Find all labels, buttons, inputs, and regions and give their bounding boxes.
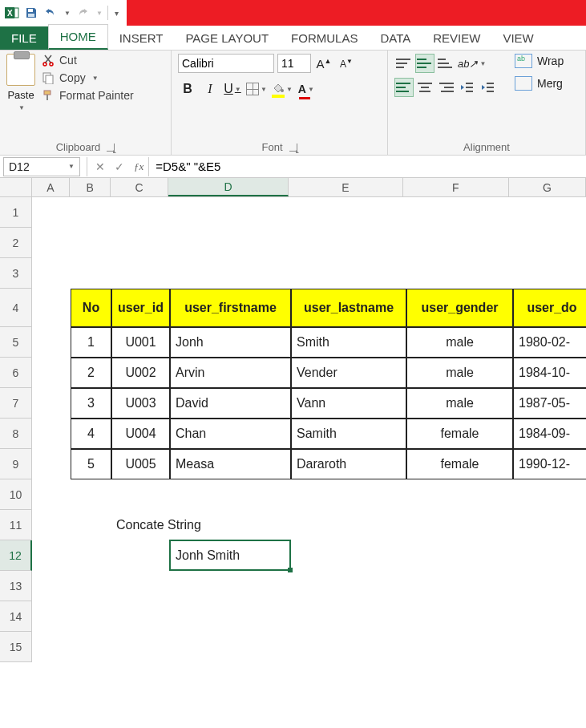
selected-cell-outline[interactable]: Jonh Smith (169, 540, 291, 571)
table-row[interactable]: 1 (71, 327, 111, 358)
tab-data[interactable]: DATA (369, 26, 422, 50)
row-header-4[interactable]: 4 (0, 289, 32, 327)
italic-button[interactable]: I (200, 79, 220, 99)
row-header-2[interactable]: 2 (0, 228, 32, 258)
table-row[interactable]: Vender (291, 358, 406, 388)
paste-button[interactable]: Paste ▼ (6, 54, 35, 111)
middle-align-button[interactable] (415, 54, 434, 73)
fill-dropdown-icon[interactable]: ▼ (286, 86, 293, 93)
table-row[interactable]: 1984-09- (513, 419, 586, 449)
redo-icon[interactable] (75, 6, 90, 20)
table-row[interactable]: 1984-10- (513, 358, 586, 388)
row-header-13[interactable]: 13 (0, 571, 32, 601)
redo-dropdown-icon[interactable]: ▼ (96, 10, 103, 17)
copy-button[interactable]: Copy ▼ (42, 71, 134, 84)
font-color-dropdown-icon[interactable]: ▼ (308, 86, 314, 93)
cut-button[interactable]: Cut (42, 54, 134, 67)
row-header-14[interactable]: 14 (0, 601, 32, 632)
concat-label-cell[interactable]: Concate String (111, 510, 291, 540)
bold-button[interactable]: B (178, 79, 197, 99)
font-name-input[interactable] (178, 54, 274, 73)
copy-dropdown-icon[interactable]: ▼ (92, 75, 99, 82)
row-header-1[interactable]: 1 (0, 197, 32, 228)
cells-area[interactable]: Nouser_iduser_firstnameuser_lastnameuser… (32, 197, 586, 662)
table-row[interactable]: U001 (111, 327, 170, 358)
table-row[interactable]: Measa (170, 449, 291, 479)
fx-icon[interactable]: ƒx (129, 160, 148, 173)
orientation-dropdown-icon[interactable]: ▼ (479, 60, 486, 67)
col-header-d[interactable]: D (168, 178, 289, 196)
enter-formula-button[interactable]: ✓ (110, 157, 129, 176)
increase-indent-button[interactable] (478, 78, 497, 97)
table-row[interactable]: 3 (71, 388, 111, 419)
table-row[interactable]: 1980-02- (513, 327, 586, 358)
table-row[interactable]: female (406, 419, 513, 449)
col-header-a[interactable]: A (32, 178, 71, 196)
fill-color-button[interactable]: ▼ (271, 79, 293, 99)
table-row[interactable]: Chan (170, 419, 291, 449)
table-row[interactable]: Dararoth (291, 449, 406, 479)
center-align-button[interactable] (415, 78, 434, 97)
table-row[interactable]: male (406, 327, 513, 358)
table-row[interactable]: 2 (71, 358, 111, 388)
col-header-g[interactable]: G (509, 178, 586, 196)
paste-dropdown-icon[interactable]: ▼ (18, 104, 25, 111)
underline-dropdown-icon[interactable]: ▼ (235, 86, 241, 93)
table-header-user_lastname[interactable]: user_lastname (291, 289, 406, 327)
col-header-c[interactable]: C (111, 178, 168, 196)
row-header-10[interactable]: 10 (0, 479, 32, 510)
undo-dropdown-icon[interactable]: ▼ (64, 10, 71, 17)
font-size-input[interactable] (277, 54, 311, 73)
top-align-button[interactable] (394, 54, 414, 73)
table-row[interactable]: U005 (111, 449, 170, 479)
bottom-align-button[interactable] (436, 54, 455, 73)
table-row[interactable]: 5 (71, 449, 111, 479)
grow-font-button[interactable]: A▲ (314, 54, 333, 73)
underline-button[interactable]: U▼ (223, 79, 242, 99)
customize-qat-icon[interactable]: ▾ (115, 9, 119, 18)
borders-button[interactable]: ▼ (245, 79, 268, 99)
font-color-button[interactable]: A ▼ (297, 79, 316, 99)
row-header-11[interactable]: 11 (0, 510, 32, 540)
tab-page-layout[interactable]: PAGE LAYOUT (174, 26, 280, 50)
table-row[interactable]: 1990-12- (513, 449, 586, 479)
table-row[interactable]: male (406, 358, 513, 388)
table-row[interactable]: Samith (291, 419, 406, 449)
table-row[interactable]: U002 (111, 358, 170, 388)
col-header-f[interactable]: F (403, 178, 509, 196)
table-row[interactable]: David (170, 388, 291, 419)
clipboard-dialog-launcher-icon[interactable] (107, 144, 115, 152)
table-header-user_firstname[interactable]: user_firstname (170, 289, 291, 327)
name-box-dropdown-icon[interactable]: ▼ (68, 163, 75, 170)
select-all-corner[interactable] (0, 178, 32, 196)
table-row[interactable]: U003 (111, 388, 170, 419)
tab-insert[interactable]: INSERT (108, 26, 175, 50)
tab-home[interactable]: HOME (48, 24, 108, 50)
table-header-user_gender[interactable]: user_gender (406, 289, 513, 327)
left-align-button[interactable] (394, 78, 414, 97)
fill-handle[interactable] (288, 568, 293, 572)
save-icon[interactable] (24, 6, 38, 20)
table-row[interactable]: Smith (291, 327, 406, 358)
formula-input[interactable] (148, 157, 586, 176)
row-header-12[interactable]: 12 (0, 540, 32, 571)
font-dialog-launcher-icon[interactable] (289, 144, 297, 152)
table-row[interactable]: female (406, 449, 513, 479)
tab-file[interactable]: FILE (0, 26, 48, 50)
cancel-formula-button[interactable]: ✕ (91, 157, 110, 176)
tab-view[interactable]: VIEW (491, 26, 544, 50)
table-row[interactable]: Jonh (170, 327, 291, 358)
format-painter-button[interactable]: Format Painter (42, 89, 134, 102)
orientation-button[interactable]: ab↗▼ (457, 54, 487, 73)
table-row[interactable]: Vann (291, 388, 406, 419)
col-header-e[interactable]: E (289, 178, 403, 196)
row-header-9[interactable]: 9 (0, 449, 32, 479)
row-header-3[interactable]: 3 (0, 258, 32, 289)
row-header-5[interactable]: 5 (0, 327, 32, 358)
table-row[interactable]: Arvin (170, 358, 291, 388)
row-header-8[interactable]: 8 (0, 419, 32, 449)
table-row[interactable]: 4 (71, 419, 111, 449)
name-box[interactable]: D12 ▼ (3, 157, 80, 176)
table-row[interactable]: U004 (111, 419, 170, 449)
borders-dropdown-icon[interactable]: ▼ (261, 86, 267, 93)
